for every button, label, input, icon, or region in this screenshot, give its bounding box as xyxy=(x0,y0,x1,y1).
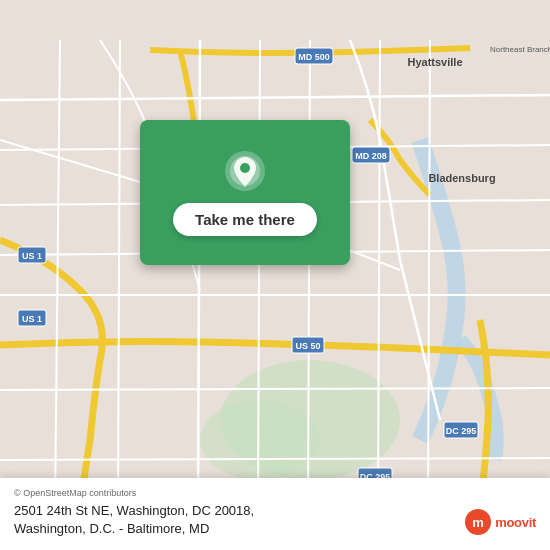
svg-text:US 50: US 50 xyxy=(295,341,320,351)
svg-line-8 xyxy=(0,458,550,460)
location-pin-icon xyxy=(223,149,267,193)
svg-text:Northeast Branch Anacostia: Northeast Branch Anacostia xyxy=(490,45,550,54)
svg-point-1 xyxy=(200,400,320,480)
svg-text:DC 295: DC 295 xyxy=(446,426,477,436)
take-me-there-button[interactable]: Take me there xyxy=(173,203,317,236)
svg-line-7 xyxy=(0,388,550,390)
svg-text:Hyattsville: Hyattsville xyxy=(407,56,462,68)
svg-text:m: m xyxy=(472,515,484,530)
svg-text:Bladensburg: Bladensburg xyxy=(428,172,495,184)
svg-point-37 xyxy=(240,163,250,173)
svg-text:US 1: US 1 xyxy=(22,251,42,261)
moovit-icon: m xyxy=(464,508,492,536)
svg-text:MD 500: MD 500 xyxy=(298,52,330,62)
svg-text:MD 208: MD 208 xyxy=(355,151,387,161)
svg-text:US 1: US 1 xyxy=(22,314,42,324)
moovit-logo: m moovit xyxy=(464,508,536,536)
location-card: Take me there xyxy=(140,120,350,265)
svg-line-11 xyxy=(198,40,200,510)
moovit-label: moovit xyxy=(495,515,536,530)
map-svg: MD 500 MD 500 MD 208 US 1 US 1 US 50 DC … xyxy=(0,0,550,550)
address-line1: 2501 24th St NE, Washington, DC 20018, W… xyxy=(14,502,536,538)
svg-line-2 xyxy=(0,95,550,100)
address-text2: Washington, D.C. - Baltimore, MD xyxy=(14,521,209,536)
map-attribution: © OpenStreetMap contributors xyxy=(14,488,536,498)
address-text: 2501 24th St NE, Washington, DC 20018, xyxy=(14,503,254,518)
map-container: MD 500 MD 500 MD 208 US 1 US 1 US 50 DC … xyxy=(0,0,550,550)
svg-line-10 xyxy=(118,40,120,510)
